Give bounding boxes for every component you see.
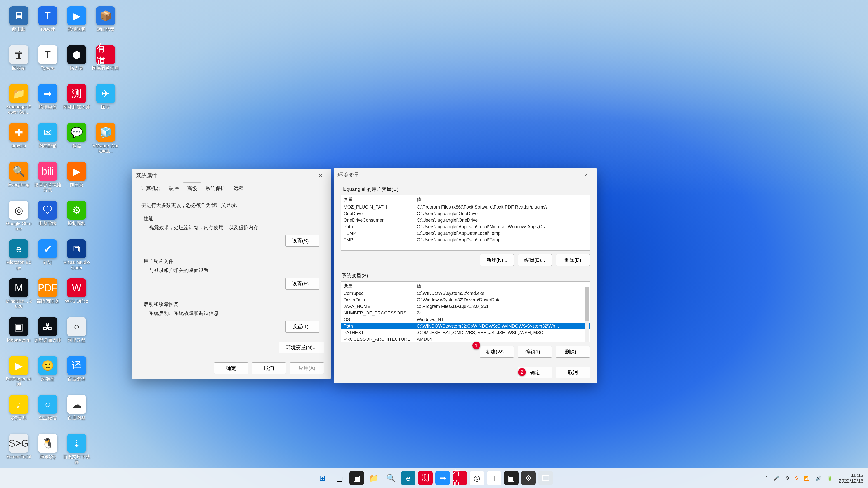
taskbar-cmd-icon[interactable]: ▣ — [504, 471, 519, 485]
startup-settings-button[interactable]: 设置(T)... — [285, 321, 319, 332]
taskbar-taskview-icon[interactable]: ▢ — [332, 471, 347, 485]
desktop-icon[interactable]: ✚draw.io — [4, 121, 33, 160]
close-icon[interactable]: × — [580, 171, 593, 178]
desktop-icon[interactable]: TTypora — [33, 43, 62, 82]
desktop-icon[interactable]: ⧉Visual Studio Code — [62, 238, 91, 276]
desktop-icon[interactable]: 🔍Everything — [4, 160, 33, 198]
tray-battery-icon[interactable]: 🔋 — [827, 475, 833, 481]
sys-vars-table[interactable]: 变量 值 ComSpecC:\WINDOWS\system32\cmd.exeD… — [341, 281, 590, 342]
taskbar-youdao-icon[interactable]: 有道 — [453, 471, 467, 485]
desktop-icon[interactable]: 🐧腾讯QQ — [33, 432, 62, 470]
taskbar-typora-icon[interactable]: T — [487, 471, 501, 485]
desktop-icon[interactable]: ➡腾讯会议 — [33, 82, 62, 121]
taskbar-clock[interactable]: 16:12 2022/12/15 — [839, 473, 864, 484]
desktop-icon[interactable]: ⬢防火墙 — [62, 43, 91, 82]
desktop-icon[interactable]: ✔钉钉 — [33, 238, 62, 276]
table-row[interactable]: PROCESSOR_ARCHITECTUREAMD64 — [341, 336, 590, 342]
desktop-icon[interactable]: 🗑回收站 — [4, 43, 33, 82]
desktop-icon[interactable]: eMicrosoft Edge — [4, 238, 33, 276]
ok-button[interactable]: 确定 — [214, 362, 248, 374]
desktop-icon[interactable]: ▶PotPlayer 64 bit — [4, 354, 33, 393]
desktop-icon[interactable]: ⚙控制面板 — [62, 199, 91, 237]
desktop-icon[interactable]: ○企业微信 — [33, 393, 62, 431]
desktop-icon[interactable]: ✉网易邮箱 — [33, 121, 62, 160]
taskbar-edge-icon[interactable]: e — [401, 471, 415, 485]
taskbar-explorer-icon[interactable]: 📁 — [367, 471, 381, 485]
desktop-icon[interactable]: 📦蓝山杀毒 — [91, 4, 120, 43]
tab-计算机名[interactable]: 计算机名 — [137, 182, 165, 195]
table-row[interactable]: PathC:\Users\liuguanglei\AppData\Local\M… — [341, 223, 590, 230]
taskbar-start-icon[interactable]: ⊞ — [315, 471, 330, 485]
table-row[interactable]: PathC:\WINDOWS\system32;C:\WINDOWS;C:\WI… — [341, 323, 590, 329]
tray-wifi-icon[interactable]: 📶 — [804, 475, 810, 481]
desktop-icon[interactable]: 有道网易有道词典 — [91, 43, 120, 82]
desktop-icon[interactable]: MMindMan... 2020 — [4, 276, 33, 315]
profile-settings-button[interactable]: 设置(E)... — [285, 278, 319, 290]
desktop-icon[interactable]: TToDesk — [33, 4, 62, 43]
table-row[interactable]: OneDriveC:\Users\liuguanglei\OneDrive — [341, 210, 590, 217]
table-row[interactable]: TMPC:\Users\liuguanglei\AppData\Local\Te… — [341, 236, 590, 243]
taskbar-sysprops-task-icon[interactable]: 🗔 — [538, 471, 553, 485]
tray-chevron-icon[interactable]: ˄ — [766, 475, 768, 481]
desktop-icon[interactable]: 测网络测速大师 — [62, 82, 91, 121]
table-row[interactable]: DriverDataC:\Windows\System32\Drivers\Dr… — [341, 297, 590, 303]
tray-gear-icon[interactable]: ⚙ — [785, 475, 789, 481]
desktop-icon[interactable]: ♪QQ音乐 — [4, 393, 33, 431]
taskbar-settings-icon[interactable]: ⚙ — [521, 471, 536, 485]
col-variable[interactable]: 变量 — [341, 282, 414, 290]
desktop-icon[interactable]: ✈图片 — [91, 82, 120, 121]
tab-高级[interactable]: 高级 — [183, 182, 202, 195]
sys-delete-button[interactable]: 删除(L) — [556, 346, 590, 358]
desktop-icon[interactable]: 🖥此电脑 — [4, 4, 33, 43]
table-row[interactable]: JAVA_HOMEC:\Program Files\Java\jdk1.8.0_… — [341, 303, 590, 310]
table-row[interactable]: OneDriveConsumerC:\Users\liuguanglei\One… — [341, 217, 590, 223]
desktop-icon[interactable]: ○阿里云盘 — [62, 315, 91, 354]
tray-mic-icon[interactable]: 🎤 — [774, 475, 779, 481]
tab-硬件[interactable]: 硬件 — [165, 182, 183, 195]
table-row[interactable]: MOZ_PLUGIN_PATHC:\Program Files (x86)\Fo… — [341, 204, 590, 210]
col-value[interactable]: 值 — [414, 195, 590, 203]
table-row[interactable]: NUMBER_OF_PROCESSORS24 — [341, 310, 590, 316]
desktop-icon[interactable]: bili迅雷影音快捷方式 — [33, 160, 62, 198]
tab-远程[interactable]: 远程 — [229, 182, 248, 195]
desktop-icon[interactable]: ▶腾讯视频 — [62, 4, 91, 43]
desktop-icon[interactable]: 译百度翻译 — [62, 354, 91, 393]
desktop-icon[interactable]: WWPS Office — [62, 276, 91, 315]
table-row[interactable]: PATHEXT.COM;.EXE;.BAT;.CMD;.VBS;.VBE;.JS… — [341, 329, 590, 336]
taskbar-chrome-icon[interactable]: ◎ — [470, 471, 484, 485]
desktop-icon[interactable]: ⇣百度文库下载器 — [62, 432, 91, 470]
desktop-icon[interactable]: 🖧远程桌面大师 — [33, 315, 62, 354]
col-variable[interactable]: 变量 — [341, 195, 414, 203]
titlebar[interactable]: 系统属性 × — [132, 169, 331, 182]
sys-edit-button[interactable]: 编辑(I)... — [518, 346, 552, 358]
desktop-icon[interactable]: S>GScreenToGif — [4, 432, 33, 470]
sys-new-button[interactable]: 新建(W)... — [480, 346, 514, 358]
cancel-button[interactable]: 取消 — [252, 362, 286, 374]
desktop-icon[interactable]: 🛡电脑管家 — [33, 199, 62, 237]
desktop-icon[interactable]: ▶向日葵 — [62, 160, 91, 198]
col-value[interactable]: 值 — [414, 282, 590, 290]
desktop-icon[interactable]: PDF福昕阅读器 — [33, 276, 62, 315]
desktop-icon[interactable]: 🧊VMware Workstati... — [91, 121, 120, 160]
user-edit-button[interactable]: 编辑(E)... — [518, 254, 552, 266]
taskbar-tencent-icon[interactable]: ➡ — [435, 471, 450, 485]
user-delete-button[interactable]: 删除(D) — [556, 254, 590, 266]
table-row[interactable]: OSWindows_NT — [341, 316, 590, 323]
tab-系统保护[interactable]: 系统保护 — [202, 182, 229, 195]
perf-settings-button[interactable]: 设置(S)... — [285, 235, 319, 247]
taskbar-search-icon[interactable]: 🔍 — [384, 471, 398, 485]
env-vars-button[interactable]: 环境变量(N)... — [279, 341, 324, 353]
desktop-icon[interactable]: 💬微信 — [62, 121, 91, 160]
taskbar-terminal-icon[interactable]: ▣ — [349, 471, 364, 485]
tray-volume-icon[interactable]: 🔊 — [815, 475, 821, 481]
desktop-icon[interactable]: ▣MobaXterm — [4, 315, 33, 354]
cancel-button[interactable]: 取消 — [556, 367, 590, 379]
titlebar[interactable]: 环境变量 × — [334, 168, 596, 182]
scrollbar-thumb[interactable] — [585, 287, 589, 321]
table-row[interactable]: ComSpecC:\WINDOWS\system32\cmd.exe — [341, 290, 590, 297]
tray-ime-icon[interactable]: S — [795, 476, 798, 481]
apply-button[interactable]: 应用(A) — [290, 362, 324, 374]
desktop-icon[interactable]: 📁Xmanager Power Sui... — [4, 82, 33, 121]
user-new-button[interactable]: 新建(N)... — [480, 254, 514, 266]
desktop-icon[interactable]: ☁百度网盘 — [62, 393, 91, 431]
